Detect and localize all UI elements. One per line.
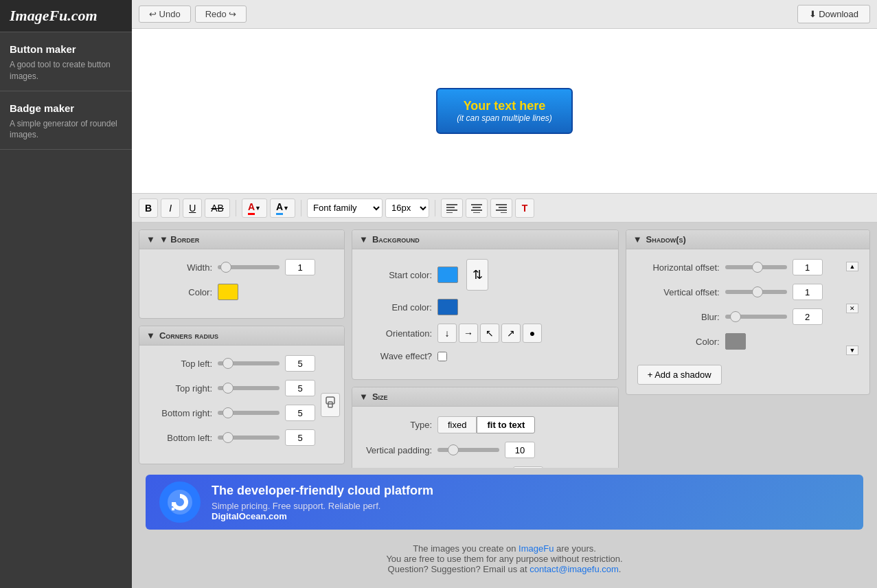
type-row: Type: fixedfit to text [363, 416, 607, 433]
shadow-x-button[interactable]: ✕ [846, 304, 858, 313]
start-color-swatch[interactable] [437, 267, 458, 283]
sidebar-badge-maker-desc: A simple generator of roundel images. [10, 118, 122, 142]
font-size-select[interactable]: 12px 16px 18px 24px [385, 199, 429, 218]
color-picker-arrow: ▼ [255, 205, 261, 212]
bottom-right-slider[interactable] [218, 411, 280, 415]
button-preview[interactable]: Your text here (it can span multiple lin… [436, 88, 573, 134]
vertical-padding-input[interactable] [505, 442, 535, 458]
bottom-right-label: Bottom right: [150, 408, 212, 418]
blur-slider[interactable] [725, 315, 787, 319]
start-color-label: Start color: [363, 270, 432, 280]
shadow-color-swatch[interactable] [725, 333, 746, 350]
bottom-area: The developer-friendly cloud platform Si… [132, 468, 877, 588]
font-family-select[interactable]: Font family Arial Georgia Verdana Times … [307, 199, 383, 218]
font-color-button[interactable]: A ▼ [242, 199, 267, 218]
shadow-down-button[interactable]: ▼ [846, 346, 858, 355]
sidebar: ImageFu.com Button maker A good tool to … [0, 0, 132, 588]
button-sub-text: (it can span multiple lines) [457, 113, 552, 123]
shadow-color-row: Color: [637, 333, 843, 350]
orient-up-left-button[interactable]: ↖ [480, 324, 499, 343]
top-left-slider[interactable] [218, 361, 280, 365]
bottom-left-label: Bottom left: [150, 433, 212, 443]
corners-panel-body: Top left: Top right: Bottom right: [139, 346, 344, 464]
h-offset-slider[interactable] [725, 265, 787, 269]
blur-input[interactable] [793, 308, 823, 325]
lock-corners-button[interactable] [321, 393, 340, 417]
v-offset-slider[interactable] [725, 290, 787, 294]
email-link[interactable]: contact@imagefu.com [529, 564, 619, 574]
orientation-row: Orientation: ↓ → ↖ ↗ ● [363, 324, 607, 343]
add-shadow-button[interactable]: + Add a shadow [637, 365, 722, 385]
orient-down-button[interactable]: ↓ [437, 324, 457, 343]
orientation-buttons: ↓ → ↖ ↗ ● [437, 324, 542, 343]
vertical-padding-row: Vertical padding: [363, 442, 607, 458]
shadow-collapse-icon[interactable]: ▼ [633, 234, 642, 245]
start-color-row: Start color: ⇅ [363, 259, 607, 291]
undo-button[interactable]: ↩ Undo [139, 5, 191, 23]
ad-banner: The developer-friendly cloud platform Si… [146, 475, 863, 530]
bottom-left-input[interactable] [285, 429, 315, 446]
top-left-label: Top left: [150, 359, 212, 369]
swap-colors-button[interactable]: ⇅ [466, 259, 488, 291]
ad-link[interactable]: DigitalOcean.com [212, 511, 287, 521]
fit-to-text-button[interactable]: fit to text [477, 416, 535, 433]
link-icon [326, 396, 335, 411]
align-left-button[interactable] [441, 199, 463, 218]
top-right-slider[interactable] [218, 386, 280, 390]
clear-format-icon: T [522, 203, 528, 214]
border-width-input[interactable]: 1 [285, 259, 315, 275]
wave-effect-row: Wave effect? [363, 351, 607, 361]
imagefu-link[interactable]: ImageFu [519, 543, 554, 554]
underline-button[interactable]: U [183, 199, 202, 218]
svg-point-14 [168, 490, 192, 514]
sidebar-section-button-maker: Button maker A good tool to create butto… [0, 32, 132, 91]
top-left-input[interactable] [285, 355, 315, 372]
wave-effect-checkbox[interactable] [437, 352, 447, 361]
shadow-spinners: ▲ ✕ ▼ [846, 259, 858, 358]
v-offset-label: Vertical offset: [637, 287, 720, 297]
orient-radial-button[interactable]: ● [523, 324, 542, 343]
sidebar-section-badge-maker: Badge maker A simple generator of rounde… [0, 91, 132, 150]
bottom-left-slider[interactable] [218, 436, 280, 440]
fixed-button[interactable]: fixed [437, 416, 477, 433]
border-color-row: Color: [150, 284, 333, 300]
clear-format-button[interactable]: T [515, 199, 534, 218]
redo-button[interactable]: Redo ↪ [195, 5, 247, 23]
orientation-label: Orientation: [363, 328, 432, 339]
orient-right-button[interactable]: → [459, 324, 478, 343]
border-width-slider[interactable] [218, 265, 280, 269]
orient-up-right-button[interactable]: ↗ [501, 324, 521, 343]
sidebar-badge-maker-title: Badge maker [10, 102, 122, 114]
corners-collapse-icon[interactable]: ▼ [146, 330, 155, 341]
border-collapse-icon[interactable]: ▼ [146, 234, 155, 245]
border-panel: ▼ ▼ Border Width: 1 Color: [139, 229, 345, 319]
highlight-icon: A [276, 201, 283, 215]
font-highlight-button[interactable]: A ▼ [270, 199, 295, 218]
svg-rect-15 [172, 504, 176, 506]
background-panel-header: ▼ Background [352, 230, 618, 249]
background-panel-body: Start color: ⇅ End color: Orientation: ↓… [352, 249, 618, 379]
border-color-label: Color: [150, 287, 212, 297]
top-right-label: Top right: [150, 383, 212, 394]
border-color-swatch[interactable] [218, 284, 238, 300]
end-color-swatch[interactable] [437, 299, 458, 315]
shadow-panel-body: Horizontal offset: Vertical offset: Blur [626, 249, 869, 394]
shadow-up-button[interactable]: ▲ [846, 262, 858, 271]
v-offset-input[interactable] [793, 284, 823, 300]
italic-button[interactable]: I [161, 199, 180, 218]
h-offset-input[interactable] [793, 259, 823, 275]
lock-corners-group [321, 355, 340, 454]
bg-collapse-icon[interactable]: ▼ [359, 234, 368, 245]
bottom-right-input[interactable] [285, 405, 315, 421]
size-collapse-icon[interactable]: ▼ [359, 392, 368, 402]
align-right-button[interactable] [490, 199, 512, 218]
vertical-padding-slider[interactable] [437, 448, 499, 452]
align-center-button[interactable] [466, 199, 488, 218]
bold-button[interactable]: B [139, 199, 158, 218]
button-main-text: Your text here [457, 99, 552, 113]
strikethrough-button[interactable]: AB [205, 199, 230, 218]
download-button[interactable]: ⬇ Download [797, 5, 870, 23]
size-panel-title: Size [372, 392, 388, 402]
top-right-row: Top right: [150, 380, 315, 396]
top-right-input[interactable] [285, 380, 315, 396]
